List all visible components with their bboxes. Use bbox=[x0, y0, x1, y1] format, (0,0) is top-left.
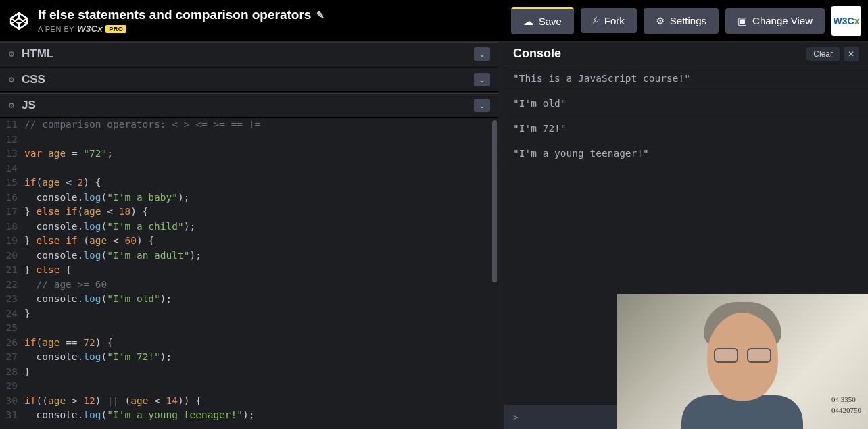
gear-icon[interactable]: ⚙ bbox=[8, 76, 15, 84]
js-editor[interactable]: 11 12 13 14 15 16 17 18 19 20 21 22 23 2… bbox=[0, 118, 498, 429]
console-header: Console Clear ✕ bbox=[504, 42, 868, 66]
clear-button[interactable]: Clear bbox=[806, 47, 840, 61]
fork-icon: ⑂ bbox=[589, 14, 602, 26]
layout-icon: ▣ bbox=[738, 15, 747, 27]
chevron-down-icon[interactable]: ⌄ bbox=[474, 47, 490, 61]
console-line: "I'm old" bbox=[504, 91, 868, 116]
chevron-down-icon[interactable]: ⌄ bbox=[474, 99, 490, 112]
title-block: If else statements and comparison operat… bbox=[38, 7, 511, 34]
code-content[interactable]: // comparison operators: < > <= >= == !=… bbox=[22, 118, 498, 429]
scrollbar-thumb[interactable] bbox=[492, 120, 497, 282]
line-gutter: 11 12 13 14 15 16 17 18 19 20 21 22 23 2… bbox=[0, 118, 22, 429]
gear-icon: ⚙ bbox=[656, 15, 665, 27]
author-link[interactable]: W3Cx bbox=[77, 24, 103, 34]
chevron-down-icon[interactable]: ⌄ bbox=[474, 73, 490, 86]
console-title: Console bbox=[513, 47, 806, 61]
whiteboard: 04 335004420750 bbox=[831, 395, 861, 415]
prompt-icon: > bbox=[513, 412, 519, 422]
fork-button[interactable]: ⑂ Fork bbox=[581, 8, 637, 33]
codepen-logo-icon[interactable] bbox=[7, 9, 31, 33]
close-icon[interactable]: ✕ bbox=[844, 47, 859, 61]
console-line: "I'm 72!" bbox=[504, 116, 868, 141]
pen-subtitle: A PEN BY W3Cx PRO bbox=[38, 24, 511, 34]
cloud-icon: ☁ bbox=[523, 16, 533, 28]
presenter bbox=[688, 294, 796, 429]
js-panel-title: JS bbox=[22, 99, 474, 112]
html-panel-header[interactable]: ⚙ HTML ⌄ bbox=[0, 42, 498, 66]
pen-title[interactable]: If else statements and comparison operat… bbox=[38, 7, 511, 22]
html-panel-title: HTML bbox=[22, 47, 474, 61]
css-panel-header[interactable]: ⚙ CSS ⌄ bbox=[0, 68, 498, 92]
console-line: "This is a JavaScript course!" bbox=[504, 66, 868, 91]
header-buttons: ☁ Save ⑂ Fork ⚙ Settings ▣ Change View W… bbox=[511, 6, 861, 36]
css-panel-title: CSS bbox=[22, 73, 474, 86]
edit-icon[interactable]: ✎ bbox=[316, 9, 324, 20]
webcam-overlay: 04 335004420750 bbox=[617, 294, 868, 429]
pro-badge: PRO bbox=[105, 25, 126, 33]
js-panel-header[interactable]: ⚙ JS ⌄ bbox=[0, 93, 498, 118]
save-button[interactable]: ☁ Save bbox=[511, 7, 574, 34]
change-view-button[interactable]: ▣ Change View bbox=[725, 8, 825, 34]
editors-column: ⚙ HTML ⌄ ⚙ CSS ⌄ ⚙ JS ⌄ 11 12 13 14 15 1… bbox=[0, 42, 504, 429]
gear-icon[interactable]: ⚙ bbox=[8, 101, 15, 110]
settings-button[interactable]: ⚙ Settings bbox=[644, 8, 719, 34]
header: If else statements and comparison operat… bbox=[0, 0, 868, 42]
w3c-logo[interactable]: W3Cx bbox=[831, 6, 861, 36]
console-line: "I'm a young teenager!" bbox=[504, 141, 868, 166]
gear-icon[interactable]: ⚙ bbox=[8, 50, 15, 59]
